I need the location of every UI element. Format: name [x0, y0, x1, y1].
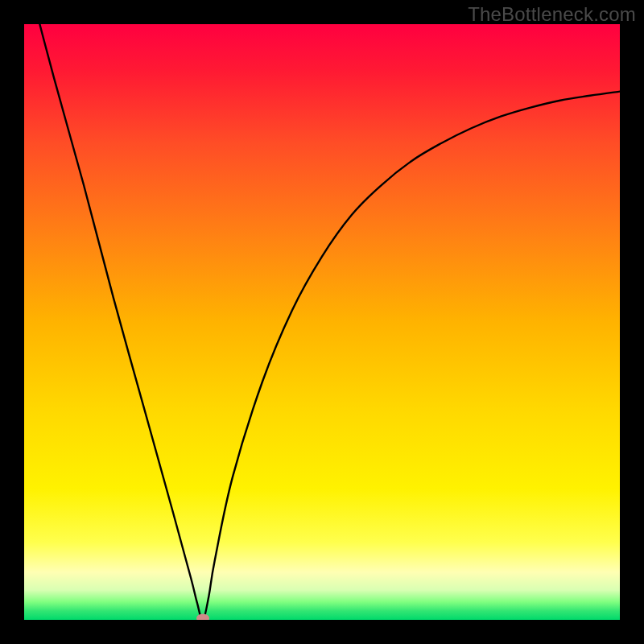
plot-area — [24, 24, 620, 620]
bottleneck-curve — [24, 24, 620, 620]
optimum-marker — [196, 614, 209, 621]
watermark-text: TheBottleneck.com — [468, 3, 636, 26]
chart-frame: TheBottleneck.com — [0, 0, 644, 644]
curve-svg — [24, 24, 620, 620]
